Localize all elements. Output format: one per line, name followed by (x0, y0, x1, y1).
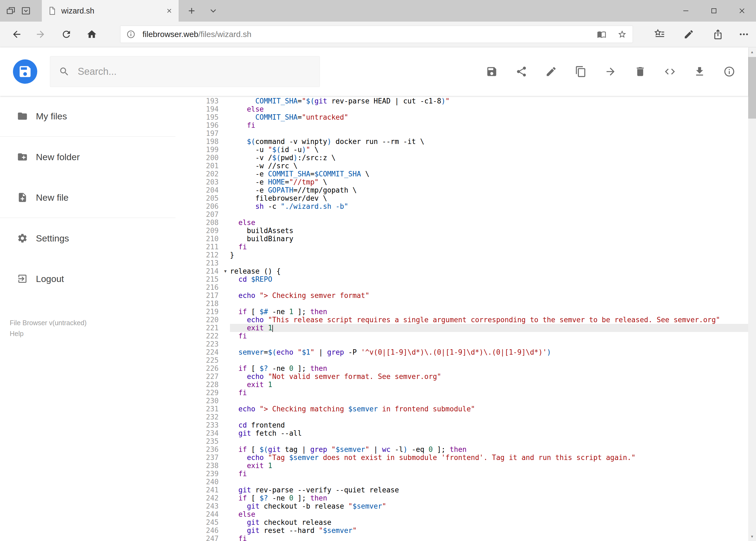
code-line[interactable]: 217 echo "> Checking semver format" (175, 291, 748, 299)
code-line[interactable]: 226 if [ $? -ne 0 ]; then (175, 364, 748, 372)
search-input[interactable] (78, 66, 311, 77)
code-line[interactable]: 244 else (175, 510, 748, 518)
code-line[interactable]: 212} (175, 251, 748, 259)
code-line[interactable]: 196 fi (175, 121, 748, 129)
code-editor[interactable]: 193 COMMIT_SHA="$(git rev-parse HEAD | c… (175, 96, 748, 541)
code-line[interactable]: 208 else (175, 219, 748, 227)
code-line[interactable]: 195 COMMIT_SHA="untracked" (175, 113, 748, 121)
code-line[interactable]: 213 (175, 259, 748, 267)
code-line[interactable]: 239 fi (175, 470, 748, 478)
refresh-icon[interactable] (61, 29, 72, 40)
code-line[interactable]: 230 (175, 397, 748, 405)
raw-code-icon[interactable] (664, 66, 676, 78)
code-line[interactable]: 218 (175, 299, 748, 307)
code-line[interactable]: 228 exit 1 (175, 380, 748, 389)
code-line[interactable]: 214▾release () { (175, 267, 748, 275)
scroll-down-button[interactable]: ▼ (748, 532, 756, 541)
fold-arrow-icon[interactable]: ▾ (221, 267, 230, 275)
code-line[interactable]: 199 -u "$(id -u)" \ (175, 146, 748, 154)
code-line[interactable]: 246 git reset --hard "$semver" (175, 526, 748, 535)
tabs-aside-icon[interactable] (6, 6, 16, 16)
maximize-button[interactable] (700, 0, 728, 22)
code-line[interactable]: 225 (175, 356, 748, 364)
code-line[interactable]: 241 git rev-parse --verify --quiet relea… (175, 486, 748, 494)
home-icon[interactable] (86, 29, 97, 40)
code-line[interactable]: 210 buildBinary (175, 235, 748, 243)
code-line[interactable]: 221 exit 1 (175, 324, 748, 332)
code-line[interactable]: 200 -v /$(pwd):/src:z \ (175, 154, 748, 162)
code-line[interactable]: 215 cd $REPO (175, 275, 748, 283)
code-line[interactable]: 219 if [ $# -ne 1 ]; then (175, 307, 748, 316)
code-line[interactable]: 223 (175, 340, 748, 348)
code-line[interactable]: 198 $(command -v winpty) docker run --rm… (175, 138, 748, 146)
scrollbar-thumb[interactable] (748, 57, 756, 119)
code-line[interactable]: 240 (175, 478, 748, 486)
tab-list-chevron-icon[interactable] (208, 6, 218, 16)
url-field[interactable]: filebrowser.web/files/wizard.sh (120, 26, 633, 43)
sidebar-item-new-folder[interactable]: New folder (0, 137, 175, 177)
help-link[interactable]: Help (10, 328, 87, 339)
minimize-button[interactable] (672, 0, 700, 22)
code-line[interactable]: 227 echo "Not valid semver format. See s… (175, 372, 748, 380)
move-icon[interactable] (605, 66, 617, 78)
code-line[interactable]: 193 COMMIT_SHA="$(git rev-parse HEAD | c… (175, 97, 748, 105)
save-icon[interactable] (486, 66, 498, 78)
code-line[interactable]: 203 -e HOME="//tmp" \ (175, 178, 748, 186)
code-line[interactable]: 201 -w //src \ (175, 162, 748, 170)
code-line[interactable]: 235 (175, 437, 748, 445)
code-line[interactable]: 224 semver=$(echo "$1" | grep -P '^v(0|[… (175, 348, 748, 356)
code-line[interactable]: 242 if [ $? -ne 0 ]; then (175, 494, 748, 502)
sidebar-item-label: My files (36, 111, 67, 122)
search-box[interactable] (50, 56, 320, 87)
code-line[interactable]: 232 (175, 413, 748, 421)
tab-wizard-sh[interactable]: wizard.sh (42, 0, 179, 22)
new-tab-icon[interactable] (187, 6, 196, 16)
filebrowser-logo[interactable] (12, 59, 38, 85)
favorite-star-icon[interactable] (618, 30, 627, 39)
code-line[interactable]: 233 cd frontend (175, 421, 748, 429)
info-icon[interactable] (723, 66, 735, 78)
rename-icon[interactable] (545, 66, 557, 78)
code-line[interactable]: 245 git checkout release (175, 518, 748, 526)
code-line[interactable]: 231 echo "> Checking matching $semver in… (175, 405, 748, 413)
code-line[interactable]: 222 fi (175, 332, 748, 340)
code-line[interactable]: 247 fi (175, 535, 748, 541)
tab-preview-icon[interactable] (21, 6, 31, 16)
code-line[interactable]: 204 -e GOPATH=//tmp/gopath \ (175, 186, 748, 194)
code-line[interactable]: 207 (175, 211, 748, 219)
download-icon[interactable] (694, 66, 705, 78)
more-icon[interactable] (738, 29, 749, 40)
code-line[interactable]: 209 buildAssets (175, 227, 748, 235)
share-page-icon[interactable] (712, 29, 723, 40)
code-line[interactable]: 216 (175, 283, 748, 291)
code-line[interactable]: 205 filebrowser/dev \ (175, 194, 748, 202)
forward-icon[interactable] (35, 29, 46, 40)
code-line[interactable]: 197 (175, 129, 748, 138)
code-line[interactable]: 229 fi (175, 389, 748, 397)
back-icon[interactable] (11, 29, 22, 40)
share-icon[interactable] (516, 66, 527, 78)
code-line[interactable]: 234 git fetch --all (175, 429, 748, 437)
scroll-up-button[interactable]: ▲ (748, 47, 756, 56)
tab-close-icon[interactable] (166, 7, 173, 14)
sidebar-item-new-file[interactable]: New file (0, 177, 175, 218)
favorites-hub-icon[interactable] (654, 29, 665, 40)
code-line[interactable]: 194 else (175, 105, 748, 113)
copy-icon[interactable] (575, 66, 587, 78)
code-line[interactable]: 236 if [ $(git tag | grep "$semver" | wc… (175, 445, 748, 453)
code-line[interactable]: 211 fi (175, 243, 748, 251)
site-info-icon[interactable] (126, 30, 135, 39)
sidebar-item-logout[interactable]: Logout (0, 259, 175, 299)
sidebar-item-my-files[interactable]: My files (0, 96, 175, 136)
sidebar-item-settings[interactable]: Settings (0, 218, 175, 259)
reading-view-icon[interactable] (597, 30, 606, 39)
delete-icon[interactable] (634, 66, 646, 78)
code-line[interactable]: 206 sh -c "./wizard.sh -b" (175, 202, 748, 211)
code-line[interactable]: 238 exit 1 (175, 462, 748, 470)
code-line[interactable]: 243 git checkout -b release "$semver" (175, 502, 748, 510)
close-window-button[interactable] (728, 0, 756, 22)
code-line[interactable]: 237 echo "Tag $semver does not exist in … (175, 453, 748, 462)
code-line[interactable]: 220 echo "This release script requires a… (175, 316, 748, 324)
annotate-icon[interactable] (683, 29, 694, 40)
code-line[interactable]: 202 -e COMMIT_SHA=$COMMIT_SHA \ (175, 170, 748, 178)
